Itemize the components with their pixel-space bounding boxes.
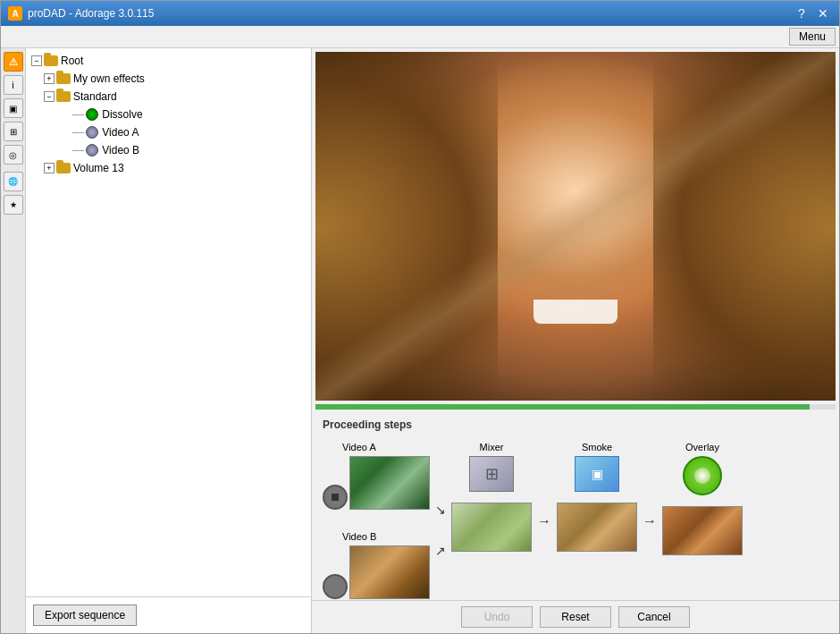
folder-icon-standard <box>56 89 71 104</box>
smoke-label: Smoke <box>582 442 612 452</box>
cancel-button[interactable]: Cancel <box>618 606 690 628</box>
folder-icon-my-effects <box>56 72 71 86</box>
video-thumbnail-b <box>349 545 430 599</box>
expand-standard[interactable]: − <box>44 91 55 102</box>
mixer-icon: ⊞ <box>469 456 514 492</box>
export-sequence-button[interactable]: Export sequence <box>33 604 137 626</box>
toolbar-warning-btn[interactable]: ⚠ <box>4 52 23 72</box>
main-content: ⚠ i ▣ ⊞ ◎ 🌐 ★ <box>1 48 839 633</box>
tree-item-dissolve[interactable]: ── Dissolve <box>29 106 307 123</box>
arrow-up-b: ↗ <box>435 544 446 558</box>
tree-item-volume13[interactable]: + Volume 13 <box>29 159 307 177</box>
export-btn-area: Export sequence <box>26 596 311 633</box>
preview-image <box>315 52 836 401</box>
expand-root[interactable]: − <box>31 55 42 66</box>
tree-item-root[interactable]: − Root <box>29 52 307 70</box>
mixer-label: Mixer <box>480 442 504 452</box>
window-title: proDAD - Adorage 3.0.115 <box>28 7 154 20</box>
tree-label-my-effects: My own effects <box>73 72 145 85</box>
close-button[interactable]: ✕ <box>814 4 832 22</box>
tree-label-video-a: Video A <box>102 126 139 139</box>
tree-view: − Root + My own effects − <box>26 48 311 596</box>
help-button[interactable]: ? <box>793 4 811 22</box>
main-window: A proDAD - Adorage 3.0.115 ? ✕ Menu ⚠ i … <box>0 0 840 634</box>
video-b-label: Video B <box>342 531 376 542</box>
sidebar: − Root + My own effects − <box>26 48 312 633</box>
app-icon: A <box>8 6 22 21</box>
overlay-column: Overlay <box>662 442 743 555</box>
menu-bar: Menu <box>1 26 839 48</box>
toolbar-info-btn[interactable]: i <box>4 75 23 95</box>
overlay-icon <box>683 456 722 495</box>
expand-volume13[interactable]: + <box>44 163 55 173</box>
tree-label-video-b: Video B <box>102 144 139 156</box>
smoke-icon: ▣ <box>575 456 619 492</box>
tree-item-standard[interactable]: − Standard <box>29 88 307 106</box>
undo-button[interactable]: Undo <box>461 606 533 628</box>
smoke-column: Smoke ▣ <box>557 442 637 552</box>
tree-item-video-b[interactable]: ── Video B <box>29 141 307 159</box>
tree-label-root: Root <box>61 55 83 67</box>
effect-icon-video-b <box>85 143 99 157</box>
tree-label-volume13: Volume 13 <box>73 162 124 174</box>
reel-a-icon <box>323 485 348 510</box>
mixer-result-thumb <box>451 503 532 552</box>
effect-icon-video-a <box>85 125 99 139</box>
expand-my-effects[interactable]: + <box>44 73 55 84</box>
toolbar-screen-btn[interactable]: ▣ <box>4 98 23 118</box>
tree-item-video-a[interactable]: ── Video A <box>29 123 307 141</box>
proceeding-title: Proceeding steps <box>323 418 828 431</box>
right-panel: Proceeding steps Video A <box>312 48 839 633</box>
folder-icon-root <box>44 54 58 68</box>
mixer-column: Mixer ⊞ <box>451 442 532 552</box>
arrow-smoke-overlay: → <box>643 513 657 529</box>
overlay-label: Overlay <box>685 442 719 452</box>
toolbar-settings-btn[interactable]: ◎ <box>4 145 23 165</box>
effect-icon-dissolve <box>85 107 99 122</box>
bottom-bar: Undo Reset Cancel <box>312 600 839 633</box>
video-thumbnail-a <box>349 456 430 510</box>
arrow-down-a: ↘ <box>435 503 446 517</box>
menu-button[interactable]: Menu <box>789 28 836 46</box>
left-toolbar: ⚠ i ▣ ⊞ ◎ 🌐 ★ <box>1 48 26 633</box>
folder-icon-volume13 <box>56 161 71 175</box>
toolbar-network-btn[interactable]: 🌐 <box>4 172 23 191</box>
video-inputs-column: Video A <box>323 442 430 599</box>
toolbar-paint-btn[interactable]: ★ <box>4 195 23 215</box>
smoke-result-thumb <box>557 503 637 552</box>
arrow-mixer-smoke: → <box>537 513 551 529</box>
tree-label-dissolve: Dissolve <box>102 108 142 121</box>
title-bar: A proDAD - Adorage 3.0.115 ? ✕ <box>1 1 839 26</box>
proceeding-section: Proceeding steps Video A <box>312 410 839 600</box>
toolbar-tools-btn[interactable]: ⊞ <box>4 122 23 141</box>
overlay-result-thumb <box>662 506 743 555</box>
video-a-label: Video A <box>342 442 376 452</box>
preview-area <box>315 52 836 401</box>
tree-item-my-effects[interactable]: + My own effects <box>29 70 307 88</box>
reset-button[interactable]: Reset <box>540 606 611 628</box>
reel-b-icon <box>323 574 348 599</box>
tree-label-standard: Standard <box>73 90 117 103</box>
